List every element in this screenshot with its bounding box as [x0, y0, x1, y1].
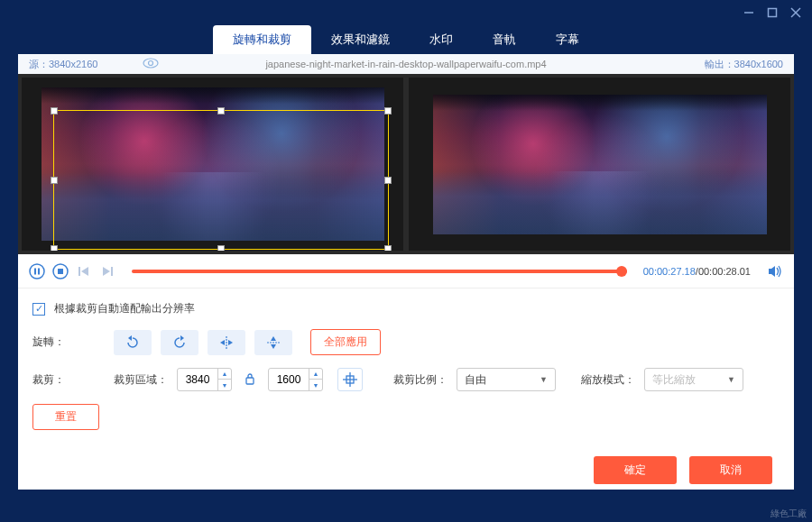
source-resolution: 源：3840x2160 [29, 58, 97, 71]
chevron-down-icon: ▼ [540, 375, 548, 384]
footer-buttons: 確定 取消 [594, 456, 772, 484]
rotate-right-button[interactable] [161, 330, 198, 355]
filename: japanese-night-market-in-rain-desktop-wa… [265, 59, 546, 69]
crop-height-input[interactable]: ▲▼ [268, 368, 323, 391]
settings-form: ✓ 根據裁剪自動適配輸出分辨率 旋轉： 全部應用 裁剪： 裁剪區域： ▲▼ ▲▼ [18, 288, 794, 455]
crop-ratio-select[interactable]: 自由▼ [457, 368, 556, 391]
minimize-icon[interactable] [743, 7, 754, 18]
crop-position-button[interactable] [337, 368, 363, 391]
svg-rect-7 [34, 268, 36, 274]
zoom-mode-label: 縮放模式： [581, 372, 635, 388]
crop-height-field[interactable] [269, 373, 309, 386]
reset-button[interactable]: 重置 [32, 404, 99, 430]
apply-all-button[interactable]: 全部應用 [310, 329, 381, 355]
rotate-left-button[interactable] [114, 330, 152, 355]
stop-button[interactable] [52, 263, 69, 279]
tab-rotate-crop[interactable]: 旋轉和裁剪 [213, 25, 311, 54]
tabs: 旋轉和裁剪 效果和濾鏡 水印 音軌 字幕 [0, 25, 812, 54]
close-icon[interactable] [790, 7, 801, 18]
prev-frame-button[interactable] [76, 263, 92, 279]
tab-effects[interactable]: 效果和濾鏡 [311, 25, 410, 54]
maximize-icon[interactable] [767, 7, 778, 18]
output-resolution: 輸出：3840x1600 [705, 58, 783, 71]
lock-aspect-icon[interactable] [245, 372, 255, 388]
next-frame-button[interactable] [99, 263, 115, 279]
player-controls: 00:00:27.18/00:00:28.01 [18, 254, 794, 288]
svg-rect-8 [38, 268, 40, 274]
height-up-icon[interactable]: ▲ [309, 369, 322, 380]
chevron-down-icon: ▼ [727, 375, 735, 384]
svg-point-5 [149, 61, 153, 66]
auto-fit-checkbox[interactable]: ✓ [32, 303, 45, 316]
width-up-icon[interactable]: ▲ [218, 369, 231, 380]
tab-subtitle[interactable]: 字幕 [536, 25, 599, 54]
watermark-text: 綠色工廠 [770, 508, 807, 520]
crop-width-field[interactable] [178, 373, 217, 386]
output-preview [409, 78, 790, 251]
auto-fit-label: 根據裁剪自動適配輸出分辨率 [54, 301, 195, 316]
svg-rect-12 [111, 267, 113, 276]
svg-rect-11 [78, 267, 80, 276]
svg-rect-15 [246, 378, 254, 384]
seek-bar[interactable] [132, 270, 627, 273]
flip-vertical-button[interactable] [254, 330, 292, 355]
tab-watermark[interactable]: 水印 [410, 25, 473, 54]
crop-width-input[interactable]: ▲▼ [177, 368, 232, 391]
crop-area-label: 裁剪區域： [114, 372, 168, 388]
titlebar [0, 0, 812, 25]
crop-label: 裁剪： [32, 372, 105, 388]
svg-point-4 [143, 59, 158, 68]
tab-audio[interactable]: 音軌 [473, 25, 536, 54]
rotate-label: 旋轉： [32, 334, 105, 350]
crop-ratio-label: 裁剪比例： [393, 372, 448, 388]
flip-horizontal-button[interactable] [208, 330, 245, 355]
preview-area [18, 74, 794, 254]
width-down-icon[interactable]: ▼ [218, 380, 231, 390]
time-display: 00:00:27.18/00:00:28.01 [643, 266, 751, 277]
volume-icon[interactable] [767, 263, 783, 279]
preview-toggle-icon[interactable] [143, 58, 159, 70]
cancel-button[interactable]: 取消 [689, 456, 772, 484]
height-down-icon[interactable]: ▼ [309, 380, 322, 390]
seek-knob[interactable] [616, 266, 627, 277]
svg-rect-10 [58, 269, 63, 274]
pause-button[interactable] [29, 263, 45, 279]
ok-button[interactable]: 確定 [594, 456, 677, 484]
svg-point-6 [30, 264, 44, 279]
source-preview[interactable] [22, 78, 403, 251]
info-bar: 源：3840x2160 japanese-night-market-in-rai… [18, 54, 794, 74]
zoom-mode-select[interactable]: 等比縮放▼ [644, 368, 743, 391]
svg-rect-1 [769, 9, 777, 17]
